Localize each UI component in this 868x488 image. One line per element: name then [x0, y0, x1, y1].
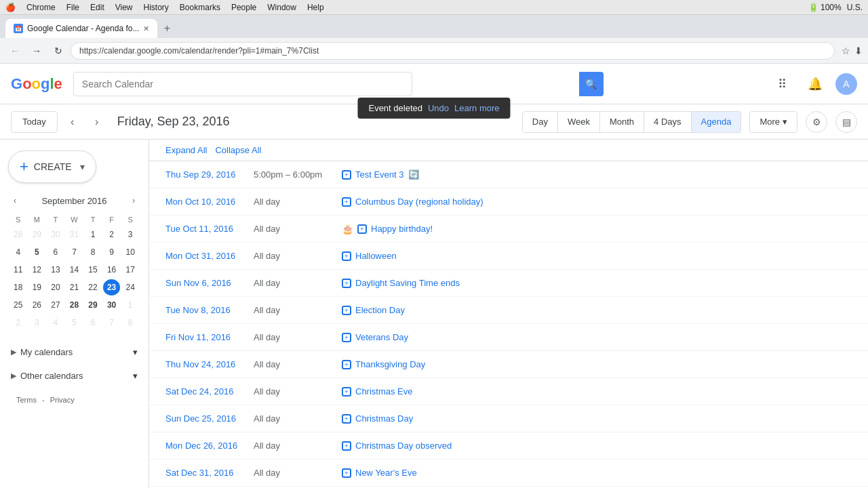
active-tab[interactable]: 📅 Google Calendar - Agenda fo... ✕ [5, 19, 157, 38]
history-menu[interactable]: History [144, 3, 169, 12]
settings-button[interactable]: ⚙ [806, 111, 827, 133]
event-name-7[interactable]: + Thanksgiving Day [342, 359, 852, 369]
cal-day[interactable]: 16 [103, 262, 121, 278]
cal-day[interactable]: 25 [9, 297, 27, 313]
cal-day[interactable]: 10 [121, 244, 139, 260]
download-icon[interactable]: ⬇ [854, 45, 863, 56]
cal-day[interactable]: 3 [28, 314, 46, 331]
event-name-10[interactable]: + Christmas Day observed [342, 441, 852, 451]
terms-link[interactable]: Terms [16, 396, 37, 404]
cal-day[interactable]: 19 [28, 279, 46, 296]
cal-day[interactable]: 11 [9, 262, 27, 278]
edit-menu[interactable]: Edit [90, 3, 104, 12]
new-tab-button[interactable]: + [157, 19, 176, 38]
other-calendars-header[interactable]: ▶ Other calendars ▾ [8, 367, 140, 385]
other-calendars-dropdown-icon[interactable]: ▾ [133, 371, 138, 381]
search-box[interactable] [73, 72, 412, 96]
cal-day[interactable]: 8 [121, 314, 139, 331]
event-date-11[interactable]: Sat Dec 31, 2016 [165, 468, 254, 478]
cal-day[interactable]: 22 [84, 279, 102, 296]
tab-close-button[interactable]: ✕ [143, 24, 149, 33]
cal-day[interactable]: 1 [84, 226, 102, 243]
cal-day[interactable]: 20 [47, 279, 64, 296]
cal-day[interactable]: 29 [28, 226, 46, 243]
event-date-5[interactable]: Tue Nov 8, 2016 [165, 305, 254, 315]
undo-link[interactable]: Undo [428, 103, 449, 113]
event-name-1[interactable]: + Columbus Day (regional holiday) [342, 197, 852, 207]
cal-day[interactable]: 8 [84, 244, 102, 260]
event-name-9[interactable]: + Christmas Day [342, 413, 852, 424]
event-date-4[interactable]: Sun Nov 6, 2016 [165, 278, 254, 288]
agenda-view-button[interactable]: Agenda [692, 111, 742, 133]
create-button[interactable]: + CREATE ▾ [8, 150, 96, 183]
event-name-8[interactable]: + Christmas Eve [342, 386, 852, 396]
event-date-9[interactable]: Sun Dec 25, 2016 [165, 413, 254, 424]
cal-day bold[interactable]: 28 [66, 297, 83, 313]
mini-cal-prev[interactable]: ‹ [8, 194, 22, 207]
cal-day[interactable]: 14 [66, 262, 83, 278]
file-menu[interactable]: File [66, 3, 79, 12]
notifications-icon[interactable]: 🔔 [803, 72, 827, 96]
learn-more-link[interactable]: Learn more [454, 103, 499, 113]
cal-day[interactable]: 21 [66, 279, 83, 296]
four-days-view-button[interactable]: 4 Days [644, 111, 691, 133]
my-calendars-header[interactable]: ▶ My calendars ▾ [8, 343, 140, 361]
apps-icon[interactable]: ⠿ [770, 72, 795, 96]
event-date-1[interactable]: Mon Oct 10, 2016 [165, 197, 254, 207]
event-date-6[interactable]: Fri Nov 11, 2016 [165, 332, 254, 342]
cal-day[interactable]: 31 [66, 226, 83, 243]
expand-all-link[interactable]: Expand All [165, 145, 207, 155]
event-date-2[interactable]: Tue Oct 11, 2016 [165, 224, 254, 234]
forward-button[interactable]: → [27, 41, 46, 60]
cal-day[interactable]: 7 [66, 244, 83, 260]
address-bar[interactable]: https://calendar.google.com/calendar/ren… [71, 42, 835, 60]
cal-day bold[interactable]: 30 [103, 297, 121, 313]
event-name-11[interactable]: + New Year's Eve [342, 468, 852, 478]
mini-cal-next[interactable]: › [127, 194, 140, 207]
event-name-3[interactable]: + Halloween [342, 251, 852, 261]
event-date-7[interactable]: Thu Nov 24, 2016 [165, 359, 254, 369]
event-date-0[interactable]: Thu Sep 29, 2016 [165, 169, 254, 180]
cal-day[interactable]: 28 [9, 226, 27, 243]
day-view-button[interactable]: Day [522, 111, 558, 133]
cal-day bold[interactable]: 29 [84, 297, 102, 313]
cal-day[interactable]: 30 [47, 226, 64, 243]
view-menu[interactable]: View [115, 3, 133, 12]
cal-day[interactable]: 2 [9, 314, 27, 331]
event-name-6[interactable]: + Veterans Day [342, 332, 852, 342]
cal-day[interactable]: 17 [121, 262, 139, 278]
cal-day[interactable]: 26 [28, 297, 46, 313]
event-date-3[interactable]: Mon Oct 31, 2016 [165, 251, 254, 261]
cal-day[interactable]: 4 [9, 244, 27, 260]
cal-day[interactable]: 27 [47, 297, 64, 313]
more-views-button[interactable]: More ▾ [749, 111, 797, 133]
cal-day[interactable]: 5 [28, 244, 46, 260]
week-view-button[interactable]: Week [558, 111, 600, 133]
apple-icon[interactable]: 🍎 [5, 3, 16, 12]
event-name-4[interactable]: + Daylight Saving Time ends [342, 278, 852, 288]
user-avatar[interactable]: A [835, 73, 857, 95]
collapse-all-link[interactable]: Collapse All [215, 145, 261, 155]
cal-day[interactable]: 9 [103, 244, 121, 260]
event-date-8[interactable]: Sat Dec 24, 2016 [165, 386, 254, 396]
today-button[interactable]: Today [11, 111, 58, 133]
search-button[interactable]: 🔍 [579, 72, 604, 96]
people-menu[interactable]: People [231, 3, 256, 12]
bookmark-icon[interactable]: ☆ [842, 45, 850, 56]
cal-day[interactable]: 6 [47, 244, 64, 260]
privacy-link[interactable]: Privacy [50, 396, 75, 404]
event-date-10[interactable]: Mon Dec 26, 2016 [165, 441, 254, 451]
bookmarks-menu[interactable]: Bookmarks [180, 3, 220, 12]
event-name-0[interactable]: + Test Event 3 🔄 [342, 169, 852, 180]
cal-day[interactable]: 6 [84, 314, 102, 331]
cal-day[interactable]: 3 [121, 226, 139, 243]
chrome-menu[interactable]: Chrome [26, 3, 56, 12]
window-menu[interactable]: Window [267, 3, 296, 12]
cal-day[interactable]: 7 [103, 314, 121, 331]
layout-button[interactable]: ▤ [835, 111, 857, 133]
event-name-5[interactable]: + Election Day [342, 305, 852, 315]
prev-button[interactable]: ‹ [63, 113, 82, 131]
cal-day[interactable]: 24 [121, 279, 139, 296]
cal-day[interactable]: 1 [121, 297, 139, 313]
back-button[interactable]: ← [5, 41, 24, 60]
